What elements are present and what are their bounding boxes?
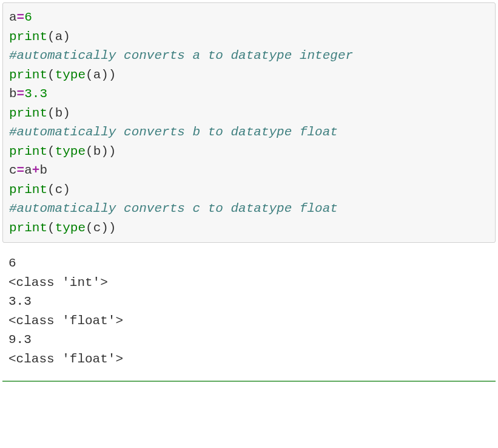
code-line: #automatically converts a to datatype in… [9, 46, 489, 66]
code-token: )) [101, 221, 116, 235]
code-comment: #automatically converts b to datatype fl… [9, 125, 338, 139]
code-line: print(type(c)) [9, 219, 489, 238]
code-token: print [9, 183, 47, 197]
code-token: ( [86, 144, 93, 158]
code-token: ( [47, 144, 55, 158]
code-token: 6 [24, 10, 32, 24]
output-line: 9.3 [8, 330, 490, 350]
code-token: ( [47, 68, 55, 82]
code-line: print(type(b)) [9, 142, 489, 161]
code-token: print [9, 144, 47, 158]
code-token: + [32, 163, 40, 177]
code-token: a [55, 30, 63, 44]
code-comment: #automatically converts c to datatype fl… [9, 202, 338, 216]
code-line: a=6 [9, 8, 489, 27]
code-line: b=3.3 [9, 84, 489, 104]
code-token: ( [47, 183, 55, 197]
code-token: ( [86, 68, 93, 82]
output-line: 3.3 [8, 292, 490, 311]
code-token: c [9, 163, 17, 177]
code-token: b [55, 106, 63, 120]
code-line: #automatically converts c to datatype fl… [9, 199, 489, 219]
code-token: ( [47, 30, 55, 44]
code-token: ) [62, 183, 70, 197]
code-token: ) [62, 106, 70, 120]
code-token: ( [47, 221, 55, 235]
code-token: ( [86, 221, 93, 235]
code-token: type [55, 68, 86, 82]
code-token: print [9, 30, 47, 44]
code-token: type [55, 221, 86, 235]
code-token: = [17, 10, 25, 24]
code-token: a [93, 68, 101, 82]
code-token: print [9, 221, 47, 235]
code-token: ( [47, 106, 55, 120]
code-token: b [39, 163, 47, 177]
code-line: print(b) [9, 104, 489, 123]
code-token: print [9, 68, 47, 82]
code-line: print(type(a)) [9, 66, 489, 85]
code-token: a [24, 163, 32, 177]
code-token: type [55, 144, 86, 158]
code-token: print [9, 106, 47, 120]
code-token: b [93, 144, 101, 158]
output-cell: 6 <class 'int'> 3.3 <class 'float'> 9.3 … [2, 251, 496, 371]
code-line: #automatically converts b to datatype fl… [9, 123, 489, 142]
code-comment: #automatically converts a to datatype in… [9, 49, 353, 63]
code-token: 3.3 [24, 87, 47, 101]
code-token: c [55, 183, 63, 197]
output-line: <class 'float'> [8, 350, 490, 369]
code-line: c=a+b [9, 161, 489, 180]
code-cell: a=6 print(a) #automatically converts a t… [2, 2, 496, 243]
output-line: 6 [8, 254, 490, 273]
code-token: b [9, 87, 17, 101]
code-token: )) [101, 68, 116, 82]
divider [2, 381, 496, 382]
code-token: = [17, 163, 25, 177]
output-line: <class 'float'> [8, 311, 490, 331]
output-line: <class 'int'> [8, 273, 490, 293]
code-line: print(a) [9, 27, 489, 47]
code-line: print(c) [9, 180, 489, 200]
code-token: )) [101, 144, 116, 158]
code-token: a [9, 10, 17, 24]
code-token: c [93, 221, 101, 235]
code-token: ) [62, 30, 70, 44]
code-token: = [17, 87, 25, 101]
